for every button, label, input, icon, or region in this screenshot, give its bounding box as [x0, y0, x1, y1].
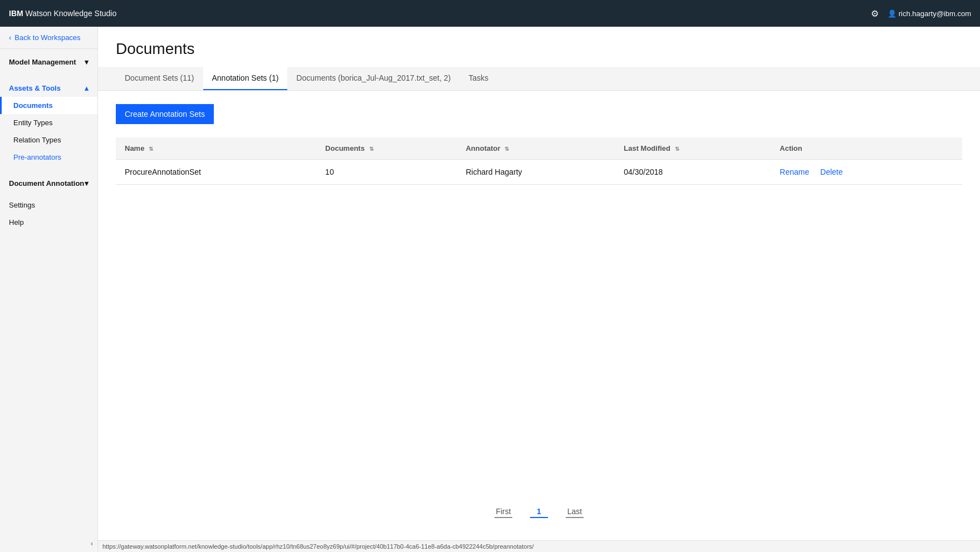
table-body: ProcureAnnotationSet 10 Richard Hagarty … [116, 160, 962, 185]
sidebar-group-annotation-label: Document Annotation [9, 179, 84, 188]
col-documents: Documents ⇅ [316, 137, 457, 160]
page-title: Documents [116, 40, 962, 58]
table-row: ProcureAnnotationSet 10 Richard Hagarty … [116, 160, 962, 185]
sort-icon-name[interactable]: ⇅ [149, 146, 153, 152]
cell-annotator: Richard Hagarty [457, 160, 615, 185]
sidebar-section-assets: Assets & Tools ▴ Documents Entity Types … [0, 75, 97, 170]
sidebar-group-doc-annotation[interactable]: Document Annotation ▾ [0, 175, 97, 192]
tab-annotation-sets[interactable]: Annotation Sets (1) [203, 67, 288, 90]
user-icon-symbol: 👤 [888, 9, 896, 18]
tab-bar: Document Sets (11) Annotation Sets (1) D… [98, 67, 980, 91]
cell-last-modified: 04/30/2018 [615, 160, 771, 185]
user-email: rich.hagarty@ibm.com [899, 9, 971, 18]
delete-link[interactable]: Delete [820, 167, 842, 176]
sidebar-item-relation-types[interactable]: Relation Types [0, 131, 97, 149]
col-annotator: Annotator ⇅ [457, 137, 615, 160]
pagination-first-underline [494, 517, 512, 518]
tab-document-sets[interactable]: Document Sets (11) [116, 67, 203, 90]
user-info: 👤 rich.hagarty@ibm.com [888, 9, 971, 18]
top-nav: IBM Watson Knowledge Studio ⚙ 👤 rich.hag… [0, 0, 980, 27]
top-nav-left: IBM Watson Knowledge Studio [9, 9, 116, 18]
cell-action: Rename Delete [771, 160, 962, 185]
sort-icon-documents[interactable]: ⇅ [369, 146, 374, 152]
content-area: Create Annotation Sets Name ⇅ Documents … [98, 91, 980, 540]
sort-icon-annotator[interactable]: ⇅ [504, 146, 509, 152]
status-url: https://gateway.watsonplatform.net/knowl… [102, 543, 534, 550]
main-content: Documents Document Sets (11) Annotation … [98, 27, 980, 552]
table-header-row: Name ⇅ Documents ⇅ Annotator ⇅ [116, 137, 962, 160]
sidebar-collapse-button[interactable]: ‹ [86, 535, 97, 552]
tab-documents[interactable]: Documents (borica_Jul-Aug_2017.txt_set, … [287, 67, 459, 90]
sidebar-group-model-management[interactable]: Model Management ▾ [0, 53, 97, 71]
main-wrapper: Create Annotation Sets Name ⇅ Documents … [98, 91, 980, 540]
col-last-modified: Last Modified ⇅ [615, 137, 771, 160]
sidebar-group-label: Model Management [9, 58, 76, 66]
create-annotation-sets-button[interactable]: Create Annotation Sets [116, 104, 214, 124]
main-header: Documents [98, 27, 980, 67]
sidebar-item-documents[interactable]: Documents [0, 97, 97, 114]
status-bar: https://gateway.watsonplatform.net/knowl… [98, 540, 980, 552]
back-arrow-icon: ‹ [9, 33, 11, 42]
sidebar-item-settings[interactable]: Settings [0, 196, 97, 214]
chevron-down-icon: ▾ [85, 58, 89, 66]
pagination-current-underline [530, 517, 548, 518]
chevron-down-icon2: ▾ [85, 179, 89, 188]
top-nav-right: ⚙ 👤 rich.hagarty@ibm.com [871, 8, 971, 19]
chevron-up-icon: ▴ [85, 84, 89, 92]
sidebar-section-model: Model Management ▾ [0, 49, 97, 75]
pagination: First 1 Last [483, 498, 595, 527]
cell-name: ProcureAnnotationSet [116, 160, 316, 185]
tab-tasks[interactable]: Tasks [459, 67, 497, 90]
cell-documents: 10 [316, 160, 457, 185]
pagination-last-underline [566, 517, 584, 518]
rename-link[interactable]: Rename [780, 167, 809, 176]
annotation-sets-table: Name ⇅ Documents ⇅ Annotator ⇅ [116, 137, 962, 185]
back-to-workspaces[interactable]: ‹ Back to Workspaces [0, 27, 97, 49]
sidebar-item-entity-types[interactable]: Entity Types [0, 114, 97, 131]
sidebar-item-pre-annotators[interactable]: Pre-annotators [0, 149, 97, 166]
layout: ‹ Back to Workspaces Model Management ▾ … [0, 27, 980, 552]
pagination-last[interactable]: Last [564, 507, 586, 518]
sidebar-section-annotation: Document Annotation ▾ [0, 170, 97, 196]
sidebar-group-assets-tools[interactable]: Assets & Tools ▴ [0, 80, 97, 97]
sort-icon-last-modified[interactable]: ⇅ [675, 146, 679, 152]
sidebar: ‹ Back to Workspaces Model Management ▾ … [0, 27, 98, 552]
sidebar-item-help[interactable]: Help [0, 214, 97, 231]
pagination-current-page[interactable]: 1 [528, 507, 550, 518]
col-name: Name ⇅ [116, 137, 316, 160]
sidebar-group-assets-label: Assets & Tools [9, 84, 61, 92]
back-label: Back to Workspaces [14, 33, 80, 42]
pagination-first[interactable]: First [492, 507, 514, 518]
gear-icon[interactable]: ⚙ [871, 8, 879, 19]
col-action: Action [771, 137, 962, 160]
brand-logo: IBM Watson Knowledge Studio [9, 9, 116, 18]
table-header: Name ⇅ Documents ⇅ Annotator ⇅ [116, 137, 962, 160]
